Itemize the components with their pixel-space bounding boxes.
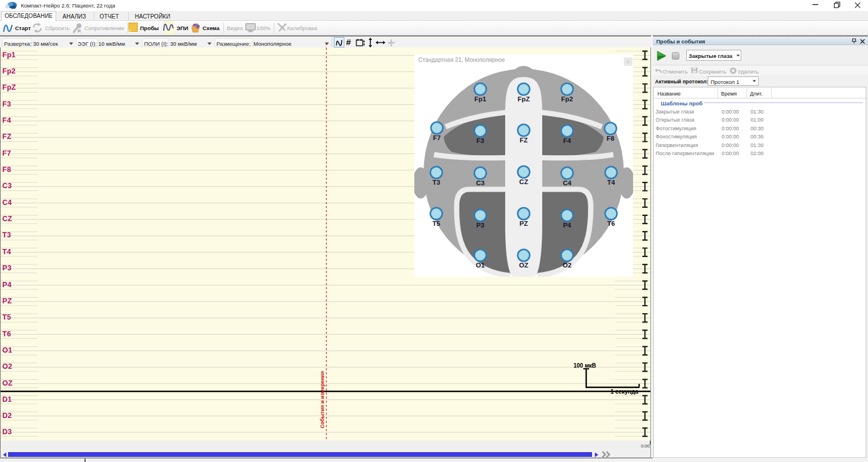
svg-text:CZ: CZ [519, 178, 528, 185]
svg-text:OZ: OZ [519, 262, 528, 269]
svg-text:T3: T3 [432, 179, 440, 186]
svg-text:PZ: PZ [520, 220, 528, 227]
svg-text:FpZ: FpZ [517, 96, 529, 102]
svg-text:FZ: FZ [520, 137, 528, 144]
svg-text:C4: C4 [563, 179, 572, 186]
svg-text:O2: O2 [562, 262, 571, 269]
svg-text:R: R [78, 28, 81, 34]
svg-text:C3: C3 [476, 179, 485, 186]
svg-text:F3: F3 [476, 137, 484, 144]
svg-text:O1: O1 [476, 262, 485, 269]
svg-text:F7: F7 [433, 134, 440, 141]
svg-text:Fp1: Fp1 [475, 96, 487, 102]
svg-text:T5: T5 [432, 220, 440, 227]
svg-text:Fp2: Fp2 [561, 96, 573, 102]
svg-text:F4: F4 [563, 137, 571, 144]
svg-text:P3: P3 [476, 222, 484, 229]
svg-text:T4: T4 [607, 179, 615, 186]
svg-text:P4: P4 [563, 222, 572, 229]
svg-text:F8: F8 [606, 135, 615, 142]
svg-text:T6: T6 [607, 220, 615, 227]
